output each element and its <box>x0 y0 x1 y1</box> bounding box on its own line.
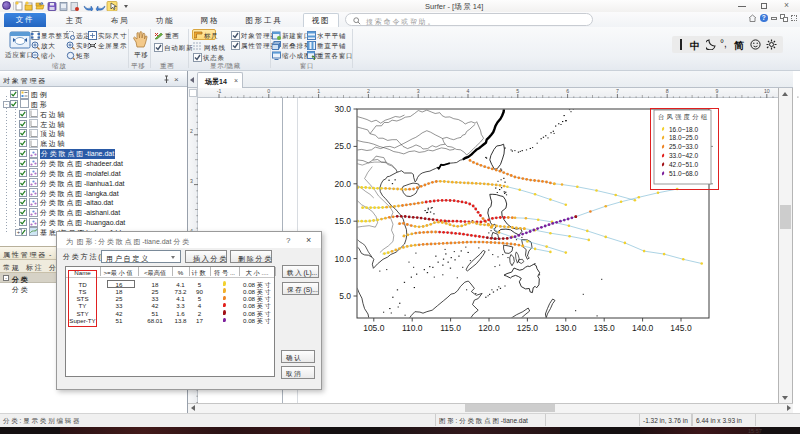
svg-text:130.0: 130.0 <box>555 323 577 333</box>
svg-text:110.0: 110.0 <box>402 323 423 333</box>
svg-text:20.0: 20.0 <box>334 179 351 189</box>
svg-text:5.0: 5.0 <box>339 291 351 301</box>
svg-text:125.0: 125.0 <box>517 323 539 333</box>
svg-text:120.0: 120.0 <box>478 323 500 333</box>
svg-text:25.0: 25.0 <box>334 141 351 151</box>
svg-text:105.0: 105.0 <box>363 323 385 333</box>
svg-text:115.0: 115.0 <box>440 323 461 333</box>
svg-text:15.0: 15.0 <box>334 216 351 226</box>
svg-text:135.0: 135.0 <box>594 323 616 333</box>
svg-text:145.0: 145.0 <box>670 323 692 333</box>
svg-text:140.0: 140.0 <box>632 323 654 333</box>
svg-text:10.0: 10.0 <box>334 254 351 264</box>
svg-text:30.0: 30.0 <box>334 104 351 114</box>
